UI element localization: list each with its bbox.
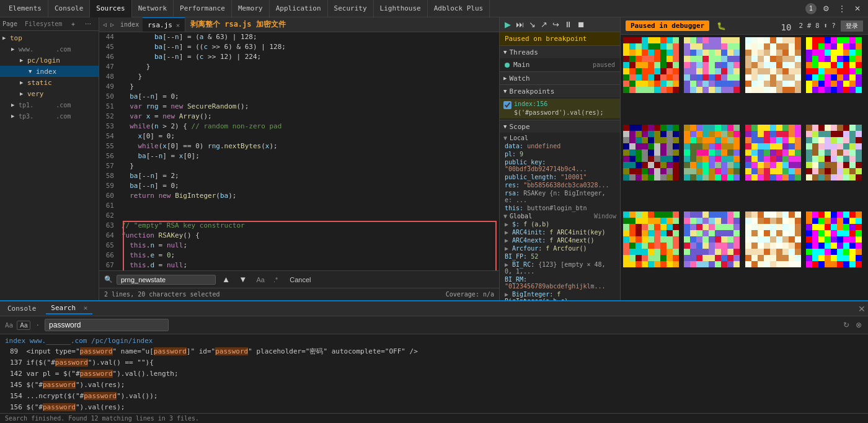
breakpoint-file: index:156 [514,100,604,109]
coverage-info: Coverage: n/a [446,291,494,298]
tab-adblock[interactable]: Adblock Plus [428,0,490,17]
result-file-header[interactable]: index www.______.com /pc/login/index [0,336,868,346]
close-devtools-icon[interactable]: ✕ [852,3,863,14]
badge-icon[interactable]: 1 [805,3,817,14]
file-tree: ▶ top ▶ www.______.com ▶ pc/login ▼ inde… [0,31,99,300]
breakpoint-checkbox[interactable] [503,101,512,109]
step-into-btn[interactable]: ↘ [528,19,537,30]
case-sensitive-btn[interactable]: Aa [253,275,267,285]
watch-label: Watch [509,74,529,82]
threads-header[interactable]: ▼ Threads [500,46,620,58]
code-line: 64function RSAKey() { [99,231,499,241]
close-tab-icon[interactable]: ✕ [176,22,180,29]
more-files-icon[interactable]: ⋯ [82,19,94,29]
file-panel-toolbar: Page Filesystem ＋ ⋯ [0,17,99,31]
result-line-142[interactable]: 142 var pl = $("#password").val().length… [0,368,868,380]
tree-item-pclogin[interactable]: ▶ pc/login [0,55,99,66]
refresh-search-btn[interactable]: ↻ [842,319,851,331]
result-line-156[interactable]: 156 $("#password").val(res); [0,402,868,413]
search-tab[interactable]: Search ✕ [46,303,92,314]
tab-console[interactable]: Console [48,0,90,17]
cancel-find-button[interactable]: Cancel [285,275,316,285]
search-status: Search finished. Found 12 matching lines… [0,413,868,423]
tab-network[interactable]: Network [132,0,174,17]
page-tab[interactable]: Page [2,20,17,27]
tab-security[interactable]: Security [328,0,374,17]
code-line: 60 return new BigInteger(ba); [99,191,499,201]
result-line-145[interactable]: 145 $("#password").val(res); [0,380,868,391]
scope-section: ▼ Scope ▼ Local data: undefined pl: 9 pu… [500,120,620,300]
editor-area: ◁ ▷ index rsa.js ✕ 剥离整个 rsa.js 加密文件 44 b… [99,17,499,300]
image-cell [623,125,679,180]
search-icon: Aa [5,321,13,329]
tree-item-index[interactable]: ▼ index [0,66,99,77]
close-search-icon[interactable]: ✕ [84,304,88,312]
more-icon[interactable]: ⋮ [836,3,848,14]
settings-icon[interactable]: ⚙ [820,3,832,14]
find-prev-icon[interactable]: ▲ [219,274,232,285]
search-results: index www.______.com /pc/login/index 89 … [0,334,868,413]
tree-item-top[interactable]: ▶ top [0,32,99,43]
file-panel: Page Filesystem ＋ ⋯ ▶ top ▶ www.______.c… [0,17,99,300]
scope-item: pl: 9 [500,150,620,158]
tab-elements[interactable]: Elements [2,0,48,17]
code-line: 55 while(x[0] == 0) rng.nextBytes(x); [99,141,499,151]
breakpoints-header[interactable]: ▼ Breakpoints [500,85,620,97]
arrow-icon: ▶ [11,113,19,119]
local-scope-header[interactable]: ▼ Local [500,134,620,142]
code-line: 46 ba[--n] = (c >> 12) | 224; [99,52,499,62]
global-scope-header[interactable]: ▼ Global Window [500,212,620,220]
regex-btn[interactable]: .* [270,275,281,285]
annotation-text: 剥离整个 rsa.js 加密文件 [190,19,286,30]
tree-item-tp1[interactable]: ▶ tp1.______.com [0,99,99,110]
tab-sources[interactable]: Sources [90,0,131,17]
search-bar: Aa Aa · ↻ ⊗ [0,316,868,334]
code-line: 66 this.e = 0; [99,251,499,260]
code-line: 44 ba[--n] = (a & 63) | 128; [99,32,499,42]
step-out-btn[interactable]: ↗ [539,19,549,30]
console-tab[interactable]: Console [2,303,41,314]
clear-search-btn[interactable]: ⊗ [854,319,863,331]
new-tab-icon[interactable]: ＋ [68,19,79,30]
filesystem-tab[interactable]: Filesystem [25,20,62,27]
tree-item-tp3[interactable]: ▶ tp3.______.com [0,110,99,122]
scope-item: res: "bb5856638dcb3ca0328... [500,181,620,189]
scope-item: ▶ BI_RC: {123} [empty × 48, 0, 1,... [500,260,620,275]
code-editor[interactable]: 44 ba[--n] = (a & 63) | 128; 45 ba[--n] … [99,32,499,270]
image-cell [684,125,740,180]
tree-item-static[interactable]: ▶ static [0,77,99,88]
tab-performance[interactable]: Performance [174,0,232,17]
close-bottom-panel-btn[interactable]: ✕ [858,304,866,314]
tree-item-very[interactable]: ▶ very [0,88,99,99]
case-sensitive-btn[interactable]: Aa [17,321,30,330]
bottom-panel: Console Search ✕ ✕ Aa Aa · ↻ ⊗ index www… [0,300,868,423]
tab-application[interactable]: Application [270,0,328,17]
arrow-icon: ▼ [29,68,36,74]
tab-memory[interactable]: Memory [232,0,270,17]
result-line-154[interactable]: 154 ...ncrypt($("#password").val()); [0,391,868,402]
resume-btn[interactable]: ▶ [503,19,512,30]
breakpoints-label: Breakpoints [509,87,554,96]
step-btn[interactable]: ↪ [551,19,560,30]
nav-forward[interactable]: ▷ [109,21,115,28]
tab-lighthouse[interactable]: Lighthouse [374,0,428,17]
editor-status-bar: 2 lines, 20 characters selected Coverage… [99,288,499,300]
result-line-89[interactable]: 89 <input type="password" name="u[passwo… [0,346,868,357]
tree-item-www[interactable]: ▶ www.______.com [0,43,99,55]
result-line-137[interactable]: 137 if($("#password").val() == ""){ [0,357,868,368]
code-line: 67 this.d = null; [99,260,499,270]
login-button[interactable]: 登录 [841,20,863,32]
nav-back[interactable]: ◁ [102,21,108,28]
search-input[interactable] [45,319,169,331]
deactivate-btn[interactable]: ⏸ [563,19,574,30]
find-next-icon[interactable]: ▼ [236,274,249,285]
find-input[interactable] [117,275,216,285]
thread-status: paused [593,61,615,68]
tab-rsa-js[interactable]: rsa.js ✕ [143,17,185,32]
step-over-btn[interactable]: ⏭ [515,19,525,30]
selection-info: 2 lines, 20 characters selected [104,291,220,298]
pause-btn[interactable]: ⏹ [576,19,587,30]
images-grid [621,35,868,300]
watch-header[interactable]: ▶ Watch [500,72,620,84]
scope-header[interactable]: ▼ Scope [500,120,620,133]
